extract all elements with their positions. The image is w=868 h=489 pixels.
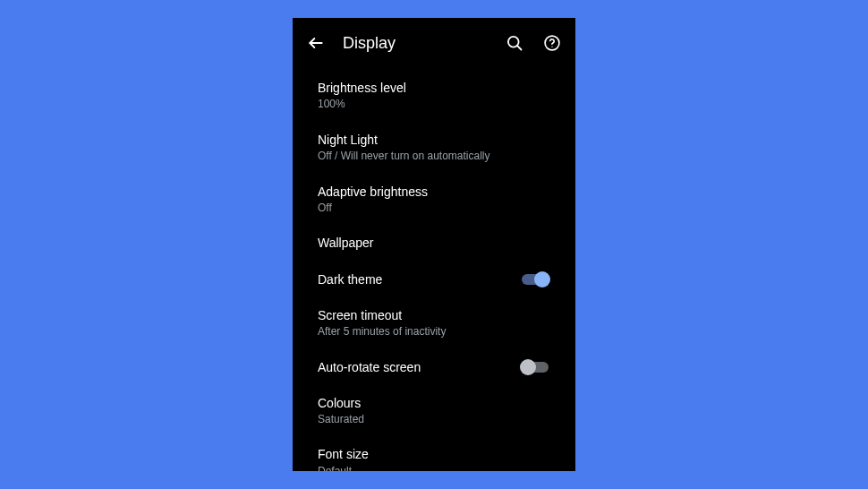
display-settings-screen: Display Brightness level 100% [293,18,575,471]
setting-text: Adaptive brightness Off [318,184,550,216]
dark-theme-toggle[interactable] [520,271,550,287]
setting-wallpaper[interactable]: Wallpaper [293,225,575,261]
setting-subtitle: Saturated [318,413,550,427]
search-button[interactable] [504,32,525,54]
setting-auto-rotate[interactable]: Auto-rotate screen [293,349,575,385]
setting-subtitle: Off / Will never turn on automatically [318,150,550,164]
setting-night-light[interactable]: Night Light Off / Will never turn on aut… [293,122,575,174]
setting-text: Wallpaper [318,235,550,251]
setting-text: Auto-rotate screen [318,359,520,375]
setting-screen-timeout[interactable]: Screen timeout After 5 minutes of inacti… [293,297,575,349]
app-bar-actions [504,32,563,54]
setting-text: Dark theme [318,271,520,287]
setting-subtitle: 100% [318,98,550,112]
setting-title: Night Light [318,132,550,148]
setting-title: Screen timeout [318,307,550,323]
setting-subtitle: Default [318,465,550,471]
setting-text: Screen timeout After 5 minutes of inacti… [318,307,550,339]
setting-title: Colours [318,395,550,411]
setting-font-size[interactable]: Font size Default [293,436,575,471]
page-title: Display [343,34,488,53]
setting-dark-theme[interactable]: Dark theme [293,262,575,297]
setting-text: Colours Saturated [318,395,550,427]
setting-title: Auto-rotate screen [318,359,520,375]
setting-text: Night Light Off / Will never turn on aut… [318,132,550,164]
back-button[interactable] [305,32,327,54]
setting-subtitle: After 5 minutes of inactivity [318,325,550,339]
settings-list: Brightness level 100% Night Light Off / … [293,63,575,471]
help-button[interactable] [541,32,563,54]
back-arrow-icon [307,34,325,52]
setting-colours[interactable]: Colours Saturated [293,385,575,437]
help-icon [543,34,561,52]
setting-text: Font size Default [318,446,550,471]
setting-title: Adaptive brightness [318,184,550,200]
svg-line-2 [517,46,522,50]
setting-title: Dark theme [318,271,520,287]
setting-title: Brightness level [318,80,550,96]
search-icon [506,34,523,52]
app-bar: Display [293,18,575,63]
setting-brightness-level[interactable]: Brightness level 100% [293,70,575,122]
setting-title: Wallpaper [318,235,550,251]
toggle-thumb [520,359,536,375]
auto-rotate-toggle[interactable] [520,359,550,375]
setting-subtitle: Off [318,202,550,216]
svg-point-4 [551,47,552,47]
setting-title: Font size [318,446,550,462]
setting-adaptive-brightness[interactable]: Adaptive brightness Off [293,174,575,226]
setting-text: Brightness level 100% [318,80,550,112]
toggle-thumb [534,271,550,287]
